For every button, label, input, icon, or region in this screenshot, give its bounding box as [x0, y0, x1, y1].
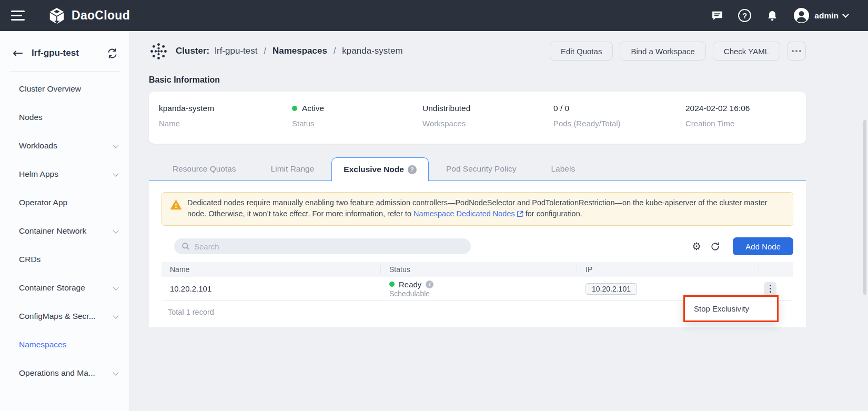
sidebar-item-namespaces[interactable]: Namespaces — [0, 330, 129, 359]
add-node-button[interactable]: Add Node — [733, 237, 793, 255]
breadcrumb: Cluster: lrf-gpu-test / Namespaces / kpa… — [149, 39, 806, 63]
dedicated-nodes-doc-link[interactable]: Namespace Dedicated Nodes — [413, 209, 515, 218]
ready-dot-green — [389, 282, 395, 287]
sidebar-item-operator-app[interactable]: Operator App — [0, 188, 129, 217]
sidebar-cluster-name: lrf-gpu-test — [32, 48, 79, 58]
sidebar-item-cluster-overview[interactable]: Cluster Overview — [0, 75, 129, 103]
ip-chip: 10.20.2.101 — [586, 283, 637, 295]
table-header: Name Status IP — [162, 262, 793, 277]
tab-limit-range[interactable]: Limit Range — [254, 157, 332, 181]
node-name-cell: 10.20.2.101 — [162, 284, 381, 293]
user-menu[interactable]: admin — [793, 7, 848, 24]
breadcrumb-namespaces-link[interactable]: Namespaces — [272, 46, 327, 56]
brand-name: DaoCloud — [72, 8, 130, 23]
basic-info-card: kpanda-system Name Active Status Undistr… — [149, 92, 806, 144]
chevron-down-icon — [113, 313, 118, 318]
node-ip-cell: 10.20.2.101 — [577, 283, 759, 295]
sidebar-item-configmaps-secrets[interactable]: ConfigMaps & Secr... — [0, 302, 129, 330]
sidebar-item-helm-apps[interactable]: Helm Apps — [0, 160, 129, 188]
refresh-icon[interactable] — [710, 242, 720, 252]
search-input[interactable] — [194, 242, 463, 251]
edit-quotas-button[interactable]: Edit Quotas — [550, 42, 613, 61]
chevron-down-icon — [113, 142, 118, 148]
main-content: Cluster: lrf-gpu-test / Namespaces / kpa… — [130, 31, 868, 411]
column-header-ip: IP — [577, 265, 759, 274]
search-icon — [181, 242, 190, 250]
warning-text: Dedicated nodes require manually enablin… — [187, 197, 784, 220]
chevron-down-icon — [113, 171, 118, 176]
check-yaml-button[interactable]: Check YAML — [713, 42, 780, 61]
chevron-down-icon — [842, 11, 849, 18]
tab-resource-quotas[interactable]: Resource Quotas — [155, 157, 254, 181]
stop-exclusivity-menu-item[interactable]: Stop Exclusivity — [683, 295, 779, 322]
bind-workspace-button[interactable]: Bind a Workspace — [620, 42, 705, 61]
breadcrumb-current: kpanda-system — [342, 46, 402, 56]
column-header-name: Name — [162, 265, 381, 274]
cluster-switch-icon[interactable] — [107, 48, 118, 59]
settings-gear-icon[interactable]: ⚙ — [692, 240, 701, 253]
breadcrumb-prefix: Cluster: — [176, 46, 209, 56]
notifications-bell-icon[interactable] — [765, 9, 779, 23]
back-arrow-icon[interactable]: ← — [13, 47, 23, 59]
row-kebab-menu-button[interactable] — [764, 282, 776, 296]
messages-icon[interactable] — [710, 9, 724, 23]
help-icon[interactable]: ? — [738, 9, 751, 22]
brand: DaoCloud — [48, 7, 130, 25]
hamburger-menu-icon[interactable] — [11, 8, 25, 23]
external-link-icon — [517, 209, 523, 220]
chevron-down-icon — [113, 369, 118, 375]
info-field-pods: 0 / 0 Pods (Ready/Total) — [553, 104, 685, 144]
user-name: admin — [814, 11, 839, 21]
top-navbar: DaoCloud ? admin — [0, 0, 868, 31]
column-header-actions — [759, 265, 793, 274]
column-header-status: Status — [381, 265, 577, 274]
sidebar: ← lrf-gpu-test Cluster Overview Nodes Wo… — [0, 31, 130, 411]
row-actions-cell — [759, 282, 793, 296]
chevron-down-icon — [113, 284, 118, 290]
info-field-status: Active Status — [292, 104, 422, 144]
breadcrumb-cluster-link[interactable]: lrf-gpu-test — [215, 46, 257, 56]
cluster-dots-icon — [149, 42, 168, 61]
warning-banner: Dedicated nodes require manually enablin… — [162, 192, 793, 226]
sidebar-item-operations[interactable]: Operations and Ma... — [0, 359, 129, 387]
vertical-scrollbar[interactable] — [863, 120, 866, 295]
chevron-down-icon — [113, 227, 118, 233]
info-icon[interactable]: i — [426, 280, 433, 288]
tab-labels[interactable]: Labels — [533, 157, 592, 181]
sidebar-item-container-network[interactable]: Container Network — [0, 217, 129, 245]
more-actions-button[interactable] — [787, 42, 806, 61]
node-toolbar: ⚙ Add Node — [162, 237, 793, 255]
sidebar-item-workloads[interactable]: Workloads — [0, 132, 129, 160]
info-field-name: kpanda-system Name — [159, 104, 292, 144]
status-dot-green — [292, 106, 297, 111]
info-field-creation-time: 2024-02-02 16:06 Creation Time — [685, 104, 806, 144]
info-field-workspaces: Undistributed Workspaces — [422, 104, 553, 144]
warning-triangle-icon — [170, 200, 181, 220]
node-status-cell: Readyi Schedulable — [381, 280, 577, 298]
avatar — [793, 7, 810, 24]
sidebar-item-nodes[interactable]: Nodes — [0, 103, 129, 132]
tab-pod-security-policy[interactable]: Pod Security Policy — [429, 157, 534, 181]
tab-exclusive-node[interactable]: Exclusive Node? — [331, 157, 429, 181]
tab-bar: Resource Quotas Limit Range Exclusive No… — [149, 157, 806, 181]
sidebar-item-crds[interactable]: CRDs — [0, 245, 129, 274]
basic-info-title: Basic Information — [149, 75, 806, 85]
help-badge-icon[interactable]: ? — [408, 165, 417, 174]
search-box[interactable] — [174, 238, 471, 254]
sidebar-item-container-storage[interactable]: Container Storage — [0, 274, 129, 302]
sidebar-divider — [9, 71, 120, 72]
daocloud-logo-icon — [48, 7, 66, 25]
